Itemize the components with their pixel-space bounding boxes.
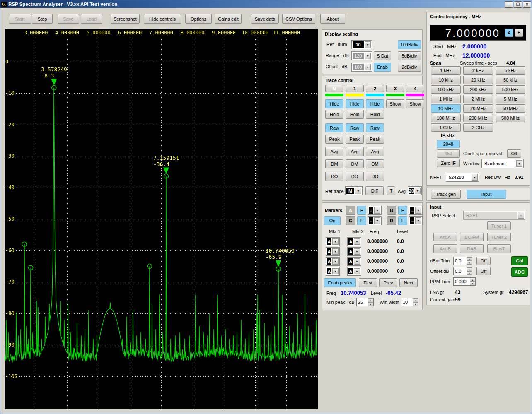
ref-dbm-combo[interactable]: 10▼ (351, 40, 372, 49)
trace-3-show-button[interactable]: Show (386, 99, 404, 108)
t-button[interactable]: T (387, 186, 395, 195)
marker-c-f-button[interactable]: F (357, 216, 366, 225)
span-button-500-khz[interactable]: 500 kHz (496, 85, 525, 94)
enab-peaks-button[interactable]: Enab peaks (324, 278, 356, 287)
span-button-100-mhz[interactable]: 100 MHz (431, 114, 461, 122)
span-button-5-khz[interactable]: 5 kHz (496, 66, 525, 75)
trace-header-1[interactable]: 1 (346, 85, 364, 92)
toolbar-button-about[interactable]: About (320, 14, 345, 24)
trace-2-dm-button[interactable]: DM (366, 159, 384, 168)
ant-b-button[interactable]: Ant B (433, 244, 457, 253)
span-button-100-khz[interactable]: 100 kHz (431, 85, 461, 94)
close-button-icon[interactable]: ✕ (523, 1, 531, 8)
input-tab[interactable]: Input (467, 190, 506, 199)
chevron-down-icon[interactable]: ▼ (516, 160, 522, 167)
markers-on-button[interactable]: On (324, 216, 341, 225)
trace-header-3[interactable]: 3 (386, 85, 404, 92)
freq-a-button[interactable]: A (505, 29, 513, 37)
chevron-down-icon[interactable]: ▼ (415, 207, 421, 214)
span-button-1-mhz[interactable]: 1 MHz (431, 95, 461, 103)
marker-b-f-button[interactable]: F (398, 206, 407, 215)
marker-c-button[interactable]: C (346, 216, 355, 225)
enab-button[interactable]: Enab (374, 63, 391, 72)
span-button-500-mhz[interactable]: 500 MHz (496, 114, 525, 122)
mkr1-combo[interactable]: A▼ (326, 247, 340, 256)
freq-b-button[interactable]: B (515, 29, 523, 37)
avg-count-combo[interactable]: 20▼ (408, 186, 422, 195)
trace-4-show-button[interactable]: Show (406, 99, 424, 108)
nfft-combo[interactable]: 524288▼ (446, 173, 479, 182)
spectrum-plot[interactable]: 3.0000004.0000005.0000006.0000007.000000… (5, 29, 318, 409)
trace-1-hold-button[interactable]: Hold (346, 110, 364, 119)
chevron-down-icon[interactable]: ▼ (332, 258, 339, 265)
10db-div-button[interactable]: 10dB/div (398, 40, 421, 49)
centre-frequency-display[interactable]: 7.000000 A B (430, 25, 526, 41)
span-button-50-mhz[interactable]: 50 MHz (496, 104, 525, 113)
spin-down-icon[interactable]: ▼ (368, 302, 373, 306)
trace-1-raw-button[interactable]: Raw (346, 123, 364, 132)
track-gen-tab[interactable]: Track gen (431, 190, 461, 199)
dbm-trim-spinner[interactable]: 0.0 ▲▼ (453, 257, 472, 265)
toolbar-button-start[interactable]: Start (9, 14, 31, 24)
chevron-down-icon[interactable]: ▼ (332, 268, 339, 274)
tuner2-button[interactable]: Tuner 2 (487, 233, 511, 241)
span-button-2-ghz[interactable]: 2 GHz (463, 123, 493, 132)
mkr1-combo[interactable]: A▼ (326, 267, 340, 276)
chevron-down-icon[interactable]: ▼ (332, 238, 339, 245)
restore-button-icon[interactable]: ❐ (514, 1, 522, 8)
toolbar-button-gains-edit[interactable]: Gains edit (215, 14, 242, 24)
adc-button[interactable]: ADC (511, 267, 528, 277)
trace-m-raw-button[interactable]: Raw (325, 123, 343, 132)
trace-m-peak-button[interactable]: Peak (325, 135, 343, 144)
marker-b-combo[interactable]: --▼ (409, 206, 423, 215)
spin-up-icon[interactable]: ▲ (467, 267, 472, 271)
span-button-2-mhz[interactable]: 2 MHz (463, 95, 493, 103)
span-button-5-mhz[interactable]: 5 MHz (496, 95, 525, 103)
toolbar-button-options[interactable]: Options (185, 14, 212, 24)
toolbar-button-stop[interactable]: Stop (32, 14, 53, 24)
zero-if-button[interactable]: Zero IF (437, 159, 460, 167)
spin-up-icon[interactable]: ▲ (368, 298, 373, 302)
marker-c-combo[interactable]: --▼ (368, 216, 382, 225)
span-button-2-khz[interactable]: 2 kHz (463, 66, 493, 75)
marker-a-combo[interactable]: --▼ (368, 206, 382, 215)
chevron-down-icon[interactable]: ▼ (354, 248, 360, 255)
next-peak-button[interactable]: Next (399, 278, 418, 287)
chevron-down-icon[interactable]: ▼ (355, 188, 361, 194)
chevron-down-icon[interactable]: ▼ (354, 258, 360, 265)
5db-div-button[interactable]: 5dB/div (398, 51, 421, 60)
spin-up-icon[interactable]: ▲ (470, 278, 475, 282)
span-button-1-ghz[interactable]: 1 GHz (431, 123, 461, 132)
mkr2-combo[interactable]: A▼ (347, 267, 361, 276)
ant-a-button[interactable]: Ant A (433, 233, 457, 241)
chevron-down-icon[interactable]: ▼ (374, 207, 380, 214)
mkr2-combo[interactable]: A▼ (347, 257, 361, 266)
span-button-20-khz[interactable]: 20 kHz (463, 76, 493, 84)
chevron-down-icon[interactable]: ▼ (354, 238, 360, 245)
trace-1-dm-button[interactable]: DM (346, 159, 364, 168)
spin-down-icon[interactable]: ▼ (467, 261, 472, 265)
window-combo[interactable]: Blackman▼ (481, 159, 524, 168)
marker-a-button[interactable]: A (346, 206, 355, 215)
trace-1-hide-button[interactable]: Hide (346, 99, 364, 108)
if-450-button[interactable]: 450 (437, 149, 460, 158)
marker-d-combo[interactable]: --▼ (409, 216, 423, 225)
span-button-50-khz[interactable]: 50 kHz (496, 76, 525, 84)
win-width-spinner[interactable]: 10 ▲▼ (401, 298, 418, 306)
trace-2-hide-button[interactable]: Hide (366, 99, 384, 108)
toolbar-button-screenshot[interactable]: Screenshot (111, 14, 140, 24)
marker-a-f-button[interactable]: F (357, 206, 366, 215)
trace-2-do-button[interactable]: DO (366, 172, 384, 181)
marker-d-f-button[interactable]: F (398, 216, 407, 225)
toolbar-button-save-data[interactable]: Save data (251, 14, 279, 24)
title-bar[interactable]: RSP Spectrum Analyser - V3.xx API Test v… (0, 0, 532, 8)
2db-div-button[interactable]: 2dB/div (398, 63, 421, 72)
trace-header-m[interactable]: M (325, 85, 343, 92)
range-db-combo[interactable]: 120▼ (351, 51, 372, 60)
chevron-down-icon[interactable]: ▼ (365, 41, 371, 48)
mkr1-combo[interactable]: A▼ (326, 237, 340, 246)
offset-db-off-button[interactable]: Off (476, 267, 491, 275)
dbm-trim-off-button[interactable]: Off (476, 257, 491, 265)
trace-2-raw-button[interactable]: Raw (366, 123, 384, 132)
chevron-down-icon[interactable]: ▼ (365, 53, 371, 59)
